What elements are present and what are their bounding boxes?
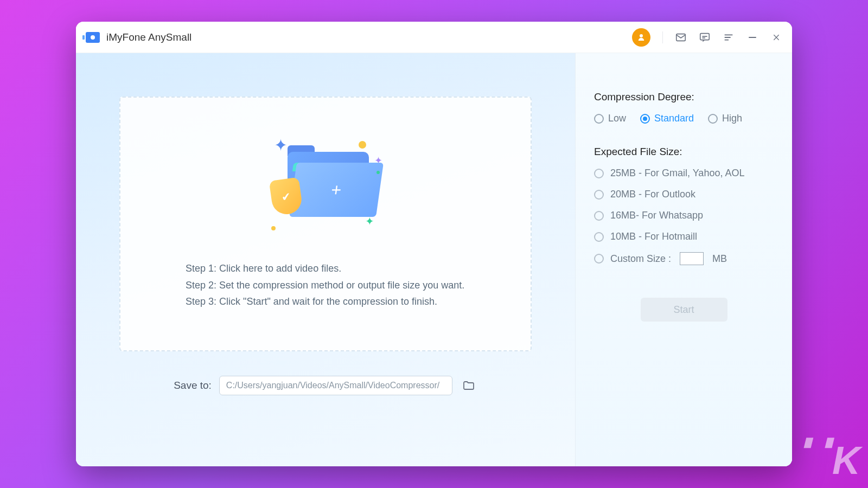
folder-icon bbox=[462, 379, 476, 392]
dot-icon bbox=[376, 171, 380, 174]
radio-icon bbox=[594, 190, 604, 200]
radio-icon bbox=[594, 232, 604, 242]
chat-icon bbox=[699, 31, 711, 43]
radio-label: 10MB - For Hotmaill bbox=[610, 231, 697, 242]
save-to-row: Save to: bbox=[174, 376, 477, 395]
step-3: Step 3: Click "Start" and wait for the c… bbox=[186, 293, 464, 310]
app-window: iMyFone AnySmall bbox=[76, 22, 792, 466]
instructions: Step 1: Click here to add video files. S… bbox=[186, 260, 464, 310]
menu-button[interactable] bbox=[723, 31, 735, 43]
titlebar: iMyFone AnySmall bbox=[76, 22, 792, 53]
compression-low-radio[interactable]: Low bbox=[594, 113, 626, 124]
step-2: Step 2: Set the compression method or ou… bbox=[186, 277, 464, 294]
size-option-custom[interactable]: Custom Size : MB bbox=[594, 252, 774, 265]
folder-illustration: ✦ ✦ + ✔ ✦ bbox=[255, 130, 396, 239]
custom-size-unit: MB bbox=[712, 253, 727, 265]
main-panel: ✦ ✦ + ✔ ✦ Step 1: Click here to add vide… bbox=[76, 53, 575, 466]
size-option-10mb[interactable]: 10MB - For Hotmaill bbox=[594, 231, 774, 242]
app-logo-icon bbox=[86, 32, 100, 43]
compression-degree-title: Compression Degree: bbox=[594, 91, 774, 103]
radio-icon bbox=[594, 211, 604, 221]
sparkle-icon: ✦ bbox=[274, 136, 288, 155]
close-icon bbox=[772, 33, 781, 42]
radio-icon bbox=[640, 114, 650, 124]
custom-size-prefix: Custom Size : bbox=[610, 253, 671, 265]
watermark: ▘▝K bbox=[803, 438, 858, 483]
save-path-input[interactable] bbox=[219, 376, 452, 395]
radio-label: 20MB - For Outlook bbox=[610, 189, 695, 200]
dot-icon bbox=[359, 141, 366, 149]
size-option-20mb[interactable]: 20MB - For Outlook bbox=[594, 189, 774, 200]
minimize-button[interactable] bbox=[746, 31, 758, 43]
size-option-25mb[interactable]: 25MB - For Gmail, Yahoo, AOL bbox=[594, 168, 774, 179]
radio-icon bbox=[708, 114, 718, 124]
compression-radio-group: Low Standard High bbox=[594, 113, 774, 124]
app-title: iMyFone AnySmall bbox=[106, 31, 192, 43]
radio-label: High bbox=[722, 113, 742, 124]
expected-size-group: 25MB - For Gmail, Yahoo, AOL 20MB - For … bbox=[594, 168, 774, 265]
size-option-16mb[interactable]: 16MB- For Whatsapp bbox=[594, 210, 774, 221]
browse-folder-button[interactable] bbox=[460, 378, 477, 393]
menu-icon bbox=[723, 31, 735, 43]
radio-label: Low bbox=[608, 113, 626, 124]
step-1: Step 1: Click here to add video files. bbox=[186, 260, 464, 277]
expected-size-title: Expected File Size: bbox=[594, 146, 774, 158]
divider bbox=[662, 31, 663, 43]
radio-label: Standard bbox=[654, 113, 694, 124]
minimize-icon bbox=[749, 37, 756, 38]
add-folder-icon: + bbox=[289, 163, 384, 217]
radio-label: 16MB- For Whatsapp bbox=[610, 210, 703, 221]
close-button[interactable] bbox=[770, 31, 782, 43]
account-button[interactable] bbox=[632, 28, 650, 47]
save-to-label: Save to: bbox=[174, 380, 212, 391]
custom-size-input[interactable] bbox=[680, 252, 704, 265]
mail-button[interactable] bbox=[675, 31, 687, 43]
mail-icon bbox=[675, 31, 687, 43]
sparkle-icon: ✦ bbox=[365, 215, 374, 228]
body: ✦ ✦ + ✔ ✦ Step 1: Click here to add vide… bbox=[76, 53, 792, 466]
dot-icon bbox=[271, 226, 276, 230]
radio-icon bbox=[594, 169, 604, 178]
radio-icon bbox=[594, 254, 604, 264]
compression-high-radio[interactable]: High bbox=[708, 113, 742, 124]
radio-icon bbox=[594, 114, 604, 124]
drop-zone[interactable]: ✦ ✦ + ✔ ✦ Step 1: Click here to add vide… bbox=[119, 97, 532, 351]
settings-sidebar: Compression Degree: Low Standard High Ex… bbox=[575, 53, 792, 466]
compression-standard-radio[interactable]: Standard bbox=[640, 113, 694, 124]
user-icon bbox=[636, 33, 646, 42]
start-button[interactable]: Start bbox=[641, 298, 727, 322]
feedback-button[interactable] bbox=[699, 31, 711, 43]
radio-label: 25MB - For Gmail, Yahoo, AOL bbox=[610, 168, 744, 179]
